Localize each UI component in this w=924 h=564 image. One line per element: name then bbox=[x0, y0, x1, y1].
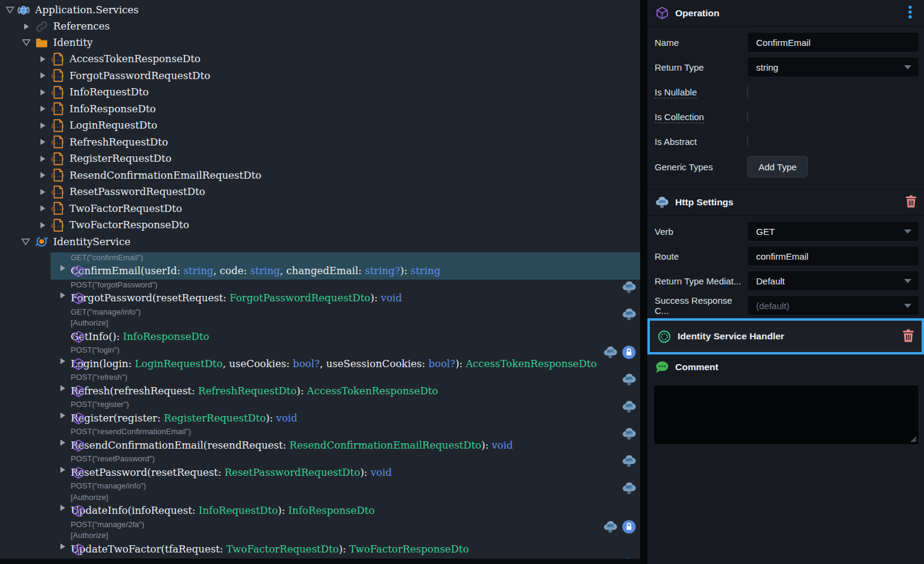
signature-segment: ResendConfirmationEmailRequestDto bbox=[289, 440, 481, 451]
operation-signature: ResetPassword(resetRequest: ResetPasswor… bbox=[71, 465, 640, 481]
operation-expander[interactable] bbox=[58, 263, 68, 273]
tree-item-dto[interactable]: {...}InfoRequestDto bbox=[0, 84, 640, 101]
operation-expander[interactable] bbox=[58, 542, 68, 551]
signature-segment: ): bbox=[266, 412, 276, 424]
triangle-icon bbox=[60, 385, 65, 391]
tree: Application.ServicesReferencesIdentity{.… bbox=[0, 0, 640, 557]
operation-expander[interactable] bbox=[58, 356, 68, 366]
return-type-select[interactable]: string bbox=[747, 57, 919, 77]
signature-segment: string bbox=[411, 265, 440, 277]
folder-icon bbox=[35, 36, 48, 50]
tree-item-dto-expander[interactable] bbox=[38, 137, 48, 147]
tree-item-dto-label: TwoFactorRequestDto bbox=[69, 203, 182, 214]
tree-item-dto-expander[interactable] bbox=[38, 54, 48, 64]
tree-item-dto-expander[interactable] bbox=[38, 187, 48, 197]
return-type-mediation-select[interactable]: Default bbox=[747, 271, 919, 291]
tree-item-identity-service-expander[interactable] bbox=[21, 237, 30, 246]
tree-item-dto[interactable]: {...}LoginRequestDto bbox=[0, 117, 640, 134]
operation-expander[interactable] bbox=[58, 290, 68, 300]
operation-expander[interactable] bbox=[58, 503, 68, 513]
tree-item-operation[interactable]: GET("confirmEmail")ConfirmEmail(userId: … bbox=[51, 252, 640, 280]
signature-segment: bool? bbox=[428, 358, 455, 370]
tree-item-root-expander[interactable] bbox=[5, 5, 14, 15]
tree-item-operation[interactable]: POST("register")Register(register: Regis… bbox=[51, 399, 640, 426]
tree-item-dto[interactable]: {...}InfoResponseDto bbox=[0, 101, 640, 118]
tree-item-operation[interactable]: GET("manage/info")[Authorize]GetInfo(): … bbox=[51, 307, 640, 345]
operation-cube-icon bbox=[655, 6, 669, 21]
add-type-button[interactable]: Add Type bbox=[747, 156, 808, 178]
operation-annotation: GET("confirmEmail") bbox=[71, 252, 640, 264]
svg-text:{...}: {...} bbox=[51, 223, 64, 228]
tree-item-operation[interactable]: POST("resetPassword")ResetPassword(reset… bbox=[51, 453, 640, 481]
tree-item-dto[interactable]: {...}RegisterRequestDto bbox=[0, 150, 640, 167]
route-input[interactable] bbox=[747, 246, 919, 266]
tree-item-operation[interactable]: POST("refresh")Refresh(refreshRequest: R… bbox=[51, 372, 640, 399]
success-response-select[interactable]: (default) bbox=[747, 295, 919, 316]
http-settings-delete-icon[interactable] bbox=[905, 195, 917, 210]
tree-item-operation[interactable]: POST("resendConfirmationEmail")ResendCon… bbox=[51, 426, 640, 453]
is-collection-checkbox[interactable] bbox=[747, 111, 748, 123]
horizontal-scrollbar[interactable] bbox=[0, 559, 640, 564]
operation-annotation: POST("login") bbox=[71, 345, 640, 356]
tree-item-dto-expander[interactable] bbox=[38, 71, 48, 80]
verb-select[interactable]: GET bbox=[747, 221, 919, 242]
verb-label: Verb bbox=[655, 226, 747, 237]
tree-item-dto[interactable]: {...}TwoFactorResponseDto bbox=[0, 217, 640, 234]
tree-item-dto-expander[interactable] bbox=[38, 220, 48, 230]
signature-segment: void bbox=[276, 412, 297, 424]
tree-item-dto[interactable]: {...}ResendConfirmationEmailRequestDto bbox=[0, 167, 640, 184]
tree-item-identity-folder[interactable]: Identity bbox=[0, 34, 640, 51]
is-abstract-checkbox[interactable] bbox=[747, 136, 748, 147]
tree-item-dto-expander[interactable] bbox=[38, 154, 48, 164]
tree-item-references[interactable]: References bbox=[0, 18, 640, 34]
tree-item-dto[interactable]: {...}ForgotPasswordRequestDto bbox=[0, 68, 640, 85]
http-settings-section-header: API Http Settings bbox=[647, 189, 924, 216]
tree-item-dto[interactable]: {...}ResetPasswordRequestDto bbox=[0, 184, 640, 200]
route-field-row: Route bbox=[655, 246, 919, 266]
signature-segment: Refresh(refreshRequest: bbox=[71, 385, 198, 397]
operation-expander[interactable] bbox=[58, 383, 68, 393]
tree-item-dto-expander[interactable] bbox=[38, 104, 48, 114]
signature-segment: AccessTokenResponseDto bbox=[307, 385, 438, 397]
dto-document-icon: {...} bbox=[51, 152, 65, 165]
triangle-icon bbox=[40, 106, 45, 112]
tree-item-dto[interactable]: {...}RefreshRequestDto bbox=[0, 134, 640, 151]
tree-item-dto-label: TwoFactorResponseDto bbox=[69, 219, 189, 231]
tree-item-identity-folder-expander[interactable] bbox=[21, 38, 31, 48]
comment-textarea[interactable] bbox=[653, 385, 919, 445]
app-window: Application.ServicesReferencesIdentity{.… bbox=[0, 0, 924, 564]
tree-item-dto-expander[interactable] bbox=[38, 203, 48, 213]
is-nullable-checkbox[interactable] bbox=[747, 86, 748, 98]
tree-item-operation[interactable]: POST("login")Login(login: LoginRequestDt… bbox=[51, 345, 640, 372]
tree-item-dto-expander[interactable] bbox=[38, 88, 48, 97]
operation-expander[interactable] bbox=[58, 411, 68, 420]
operation-cube-icon bbox=[72, 412, 85, 425]
identity-service-handler-section[interactable]: Identity Service Handler bbox=[647, 318, 924, 354]
tree-item-references-expander[interactable] bbox=[22, 22, 31, 31]
name-input[interactable] bbox=[747, 32, 919, 53]
tree-item-operation[interactable]: POST("forgotPassword")ForgotPassword(res… bbox=[51, 280, 640, 307]
identity-service-handler-delete-icon[interactable] bbox=[902, 329, 914, 344]
tree-item-root[interactable]: Application.Services bbox=[0, 2, 640, 18]
signature-segment: ForgotPassword(resetRequest: bbox=[71, 292, 229, 304]
kebab-menu-icon[interactable] bbox=[903, 4, 917, 22]
signature-segment: string? bbox=[365, 265, 400, 277]
tree-item-dto-label: RegisterRequestDto bbox=[69, 153, 172, 164]
svg-text:{...}: {...} bbox=[51, 156, 64, 162]
tree-item-dto-expander[interactable] bbox=[38, 121, 48, 130]
operation-signature: Register(register: RegisterRequestDto): … bbox=[71, 411, 640, 427]
signature-segment: UpdateInfo(infoRequest: bbox=[71, 505, 199, 516]
signature-segment: LoginRequestDto bbox=[135, 358, 222, 370]
tree-item-dto-expander[interactable] bbox=[38, 170, 48, 180]
tree-item-identity-service[interactable]: IdentityService bbox=[0, 234, 640, 250]
operation-expander[interactable] bbox=[58, 438, 68, 447]
dto-document-icon: {...} bbox=[51, 69, 65, 82]
signature-segment: UpdateTwoFactor(tfaRequest: bbox=[71, 543, 226, 555]
operation-expander[interactable] bbox=[58, 465, 68, 475]
tree-item-operation[interactable]: POST("manage/2fa")[Authorize]UpdateTwoFa… bbox=[51, 519, 640, 558]
tree-item-dto[interactable]: {...}TwoFactorRequestDto bbox=[0, 200, 640, 217]
tree-item-dto[interactable]: {...}AccessTokenResponseDto bbox=[0, 51, 640, 68]
signature-segment: RefreshRequestDto bbox=[198, 385, 297, 397]
tree-item-operation[interactable]: POST("manage/info")[Authorize]UpdateInfo… bbox=[51, 481, 640, 519]
pane-divider[interactable] bbox=[640, 0, 647, 564]
